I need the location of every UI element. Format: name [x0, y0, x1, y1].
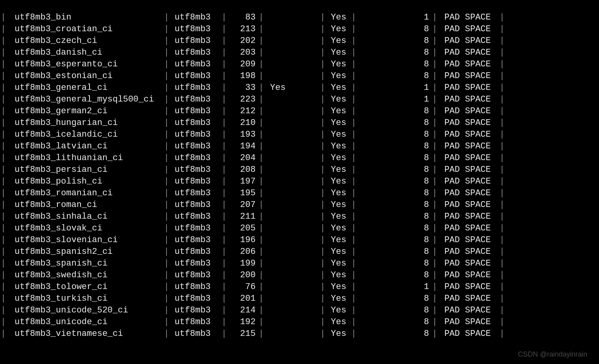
cell-charset: utf8mb3	[170, 35, 221, 47]
column-separator: |	[0, 199, 7, 211]
column-separator: |	[163, 35, 170, 47]
column-separator: |	[163, 59, 170, 70]
cell-charset: utf8mb3	[170, 94, 221, 105]
column-separator: |	[350, 199, 357, 211]
cell-pad: PAD SPACE	[438, 117, 499, 129]
cell-pad: PAD SPACE	[438, 35, 499, 47]
column-separator: |	[163, 23, 170, 35]
column-separator: |	[431, 70, 438, 82]
column-separator: |	[163, 246, 170, 258]
column-separator: |	[431, 246, 438, 258]
column-separator: |	[499, 164, 505, 176]
cell-pad: PAD SPACE	[438, 12, 499, 23]
table-row: |utf8mb3_roman_ci|utf8mb3|207||Yes|8|PAD…	[0, 199, 599, 211]
cell-compiled: Yes	[326, 47, 350, 59]
column-separator: |	[499, 176, 505, 187]
cell-collation: utf8mb3_slovak_ci	[7, 223, 163, 234]
column-separator: |	[350, 164, 357, 176]
cell-charset: utf8mb3	[170, 70, 221, 82]
column-separator: |	[163, 281, 170, 293]
table-row: |utf8mb3_hungarian_ci|utf8mb3|210||Yes|8…	[0, 117, 599, 129]
column-separator: |	[431, 105, 438, 117]
column-separator: |	[163, 187, 170, 199]
column-separator: |	[319, 129, 326, 141]
cell-id: 205	[228, 223, 258, 234]
cell-pad: PAD SPACE	[438, 59, 499, 70]
column-separator: |	[0, 141, 7, 152]
cell-id: 202	[228, 35, 258, 47]
cell-id: 193	[228, 129, 258, 141]
cell-collation: utf8mb3_esperanto_ci	[7, 59, 163, 70]
column-separator: |	[499, 199, 505, 211]
cell-pad: PAD SPACE	[438, 223, 499, 234]
column-separator: |	[319, 141, 326, 152]
column-separator: |	[431, 269, 438, 281]
cell-charset: utf8mb3	[170, 281, 221, 293]
column-separator: |	[0, 12, 7, 23]
cell-id: 215	[228, 328, 258, 340]
cell-id: 206	[228, 246, 258, 258]
cell-id: 198	[228, 70, 258, 82]
column-separator: |	[258, 152, 265, 164]
table-row: |utf8mb3_esperanto_ci|utf8mb3|209||Yes|8…	[0, 59, 599, 70]
column-separator: |	[221, 234, 227, 246]
cell-sortlen: 8	[357, 152, 431, 164]
cell-pad: PAD SPACE	[438, 152, 499, 164]
column-separator: |	[431, 152, 438, 164]
cell-charset: utf8mb3	[170, 246, 221, 258]
column-separator: |	[221, 176, 227, 187]
cell-collation: utf8mb3_croatian_ci	[7, 23, 163, 35]
column-separator: |	[431, 305, 438, 316]
column-separator: |	[221, 199, 227, 211]
column-separator: |	[0, 246, 7, 258]
column-separator: |	[350, 59, 357, 70]
cell-collation: utf8mb3_roman_ci	[7, 199, 163, 211]
column-separator: |	[221, 305, 227, 316]
column-separator: |	[350, 211, 357, 223]
column-separator: |	[319, 246, 326, 258]
column-separator: |	[350, 328, 357, 340]
table-row: |utf8mb3_swedish_ci|utf8mb3|200||Yes|8|P…	[0, 269, 599, 281]
cell-charset: utf8mb3	[170, 23, 221, 35]
cell-id: 212	[228, 105, 258, 117]
column-separator: |	[221, 70, 227, 82]
watermark: CSDN @raindayinrain	[518, 348, 587, 360]
table-row: |utf8mb3_spanish_ci|utf8mb3|199||Yes|8|P…	[0, 258, 599, 269]
column-separator: |	[258, 12, 265, 23]
column-separator: |	[499, 12, 505, 23]
column-separator: |	[350, 105, 357, 117]
cell-pad: PAD SPACE	[438, 141, 499, 152]
cell-compiled: Yes	[326, 35, 350, 47]
column-separator: |	[258, 82, 265, 94]
column-separator: |	[431, 293, 438, 305]
cell-sortlen: 1	[357, 94, 431, 105]
terminal-output[interactable]: |utf8mb3_bin|utf8mb3|83||Yes|1|PAD SPACE…	[0, 0, 599, 340]
column-separator: |	[0, 82, 7, 94]
cell-pad: PAD SPACE	[438, 70, 499, 82]
cell-compiled: Yes	[326, 316, 350, 328]
cell-compiled: Yes	[326, 234, 350, 246]
table-row: |utf8mb3_croatian_ci|utf8mb3|213||Yes|8|…	[0, 23, 599, 35]
column-separator: |	[258, 59, 265, 70]
column-separator: |	[221, 82, 227, 94]
column-separator: |	[0, 152, 7, 164]
cell-pad: PAD SPACE	[438, 234, 499, 246]
column-separator: |	[0, 281, 7, 293]
column-separator: |	[221, 316, 227, 328]
cell-collation: utf8mb3_unicode_520_ci	[7, 305, 163, 316]
column-separator: |	[221, 187, 227, 199]
table-row: |utf8mb3_latvian_ci|utf8mb3|194||Yes|8|P…	[0, 141, 599, 152]
column-separator: |	[319, 117, 326, 129]
column-separator: |	[258, 47, 265, 59]
column-separator: |	[499, 269, 505, 281]
cell-pad: PAD SPACE	[438, 105, 499, 117]
cell-id: 200	[228, 269, 258, 281]
column-separator: |	[319, 258, 326, 269]
column-separator: |	[431, 82, 438, 94]
column-separator: |	[258, 23, 265, 35]
cell-sortlen: 8	[357, 35, 431, 47]
column-separator: |	[258, 234, 265, 246]
column-separator: |	[0, 328, 7, 340]
table-row: |utf8mb3_danish_ci|utf8mb3|203||Yes|8|PA…	[0, 47, 599, 59]
cell-id: 199	[228, 258, 258, 269]
